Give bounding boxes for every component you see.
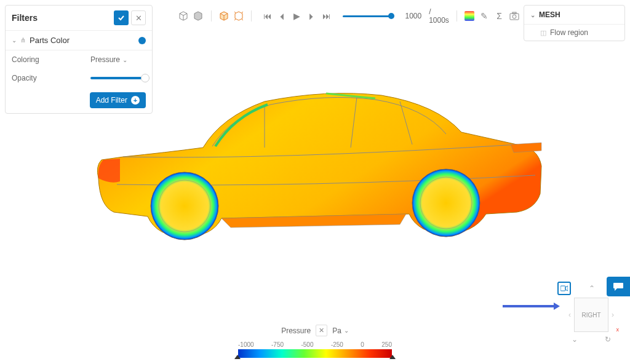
legend-unit-value: Pa bbox=[332, 326, 341, 335]
viewport-3d[interactable] bbox=[92, 86, 548, 246]
toolbar-separator bbox=[211, 10, 212, 22]
parts-color-row[interactable]: ⌄ ⋔ Parts Color bbox=[6, 31, 152, 50]
svg-point-1 bbox=[512, 15, 516, 18]
video-icon bbox=[560, 285, 568, 291]
cube-outline-icon[interactable] bbox=[178, 10, 188, 22]
cube-icon: ◫ bbox=[540, 29, 546, 37]
opacity-slider[interactable] bbox=[90, 77, 146, 79]
cube-orange-icon[interactable] bbox=[218, 10, 228, 22]
arrow-head-icon bbox=[554, 303, 560, 310]
time-current: 1000 bbox=[405, 12, 421, 20]
toolbar-separator bbox=[251, 10, 252, 22]
camera-view-button[interactable] bbox=[557, 282, 571, 295]
opacity-label: Opacity bbox=[12, 74, 37, 82]
rotate-icon[interactable]: ↻ bbox=[602, 333, 614, 346]
close-button[interactable]: ✕ bbox=[131, 10, 146, 25]
camera-icon[interactable] bbox=[509, 10, 519, 22]
mesh-item-flow-region[interactable]: ◫ Flow region bbox=[524, 25, 624, 41]
mesh-panel: ⌄ MESH ◫ Flow region bbox=[524, 5, 625, 41]
toolbar-separator bbox=[457, 10, 457, 22]
nav-cube-row: ‹ RIGHT y x › bbox=[557, 298, 625, 332]
view-cube-face: RIGHT bbox=[581, 312, 600, 318]
view-cube[interactable]: RIGHT y x bbox=[574, 298, 608, 332]
apply-button[interactable] bbox=[114, 10, 129, 25]
opacity-row: Opacity bbox=[6, 69, 152, 87]
legend-min-handle[interactable] bbox=[234, 355, 241, 359]
coloring-value: Pressure bbox=[90, 55, 120, 64]
chevron-up-icon[interactable]: ⌃ bbox=[586, 282, 598, 295]
close-icon: ✕ bbox=[135, 14, 142, 23]
legend-ticks: -1000 -750 -500 -250 0 250 bbox=[238, 341, 392, 348]
step-forward-icon[interactable]: ⏵ bbox=[306, 10, 318, 22]
play-icon[interactable]: ▶ bbox=[291, 10, 303, 22]
coloring-label: Coloring bbox=[12, 55, 39, 64]
tick-label: 250 bbox=[381, 341, 392, 348]
chevron-down-icon: ⌄ bbox=[344, 327, 349, 334]
car-pressure-render bbox=[92, 86, 548, 246]
mesh-item-label: Flow region bbox=[550, 28, 588, 37]
svg-point-3 bbox=[151, 172, 218, 240]
chevron-down-icon[interactable]: ⌄ bbox=[568, 333, 581, 346]
skip-start-icon[interactable]: ⏮ bbox=[261, 10, 274, 22]
sum-icon[interactable]: Σ bbox=[494, 10, 504, 22]
top-toolbar: ⏮ ⏴ ▶ ⏵ ⏭ 1000 / 1000s ✎ Σ bbox=[178, 7, 519, 25]
chevron-left-icon[interactable]: ‹ bbox=[565, 311, 574, 319]
tick-label: -1000 bbox=[238, 341, 254, 348]
chevron-down-icon: ⌄ bbox=[122, 57, 127, 63]
colormap-icon[interactable] bbox=[465, 10, 474, 22]
axis-x-label: x bbox=[616, 326, 620, 333]
tick-label: 0 bbox=[361, 341, 364, 348]
coloring-dropdown[interactable]: Pressure ⌄ bbox=[90, 55, 146, 64]
chat-icon bbox=[613, 282, 624, 291]
skip-end-icon[interactable]: ⏭ bbox=[321, 10, 333, 22]
legend-symbol-box[interactable]: ✕ bbox=[316, 325, 327, 336]
cube-filled-icon[interactable] bbox=[193, 10, 203, 22]
legend-unit-dropdown[interactable]: Pa ⌄ bbox=[332, 326, 349, 335]
legend-max-handle[interactable] bbox=[389, 355, 396, 359]
time-slider-thumb[interactable] bbox=[388, 13, 394, 19]
cube-expand-icon[interactable] bbox=[234, 10, 244, 22]
time-total: / 1000s bbox=[429, 7, 449, 25]
chat-button[interactable] bbox=[607, 277, 630, 296]
filters-title: Filters bbox=[12, 13, 38, 23]
annotation-arrow bbox=[503, 305, 555, 307]
tree-icon: ⋔ bbox=[20, 36, 26, 44]
chevron-down-icon: ⌄ bbox=[12, 37, 17, 44]
legend-colorbar[interactable] bbox=[238, 349, 392, 358]
tick-label: -750 bbox=[271, 341, 284, 348]
filters-header: Filters ✕ bbox=[6, 6, 152, 31]
time-slider[interactable] bbox=[343, 15, 393, 17]
svg-point-5 bbox=[412, 169, 480, 237]
eyedropper-icon[interactable]: ✎ bbox=[479, 10, 489, 22]
filters-actions: ✕ bbox=[114, 10, 146, 25]
tick-label: -500 bbox=[301, 341, 313, 348]
mesh-title: MESH bbox=[539, 10, 560, 19]
opacity-slider-thumb[interactable] bbox=[141, 74, 150, 82]
svg-rect-7 bbox=[560, 286, 565, 291]
playback-controls: ⏮ ⏴ ▶ ⏵ ⏭ bbox=[261, 10, 333, 22]
step-back-icon[interactable]: ⏴ bbox=[276, 10, 289, 22]
svg-rect-2 bbox=[512, 12, 516, 14]
parts-color-label: Parts Color bbox=[30, 36, 70, 45]
legend-field-label: Pressure bbox=[281, 326, 311, 335]
tick-label: -250 bbox=[331, 341, 343, 348]
parts-color-left: ⌄ ⋔ Parts Color bbox=[12, 36, 70, 45]
chevron-down-icon: ⌄ bbox=[530, 12, 535, 18]
coloring-row: Coloring Pressure ⌄ bbox=[6, 50, 152, 69]
check-icon bbox=[118, 14, 125, 22]
legend-header: Pressure ✕ Pa ⌄ bbox=[238, 325, 392, 336]
mesh-header[interactable]: ⌄ MESH bbox=[524, 6, 624, 25]
color-legend: Pressure ✕ Pa ⌄ -1000 -750 -500 -250 0 2… bbox=[238, 325, 392, 358]
chevron-right-icon[interactable]: › bbox=[608, 311, 617, 319]
visibility-dot[interactable] bbox=[138, 37, 146, 44]
